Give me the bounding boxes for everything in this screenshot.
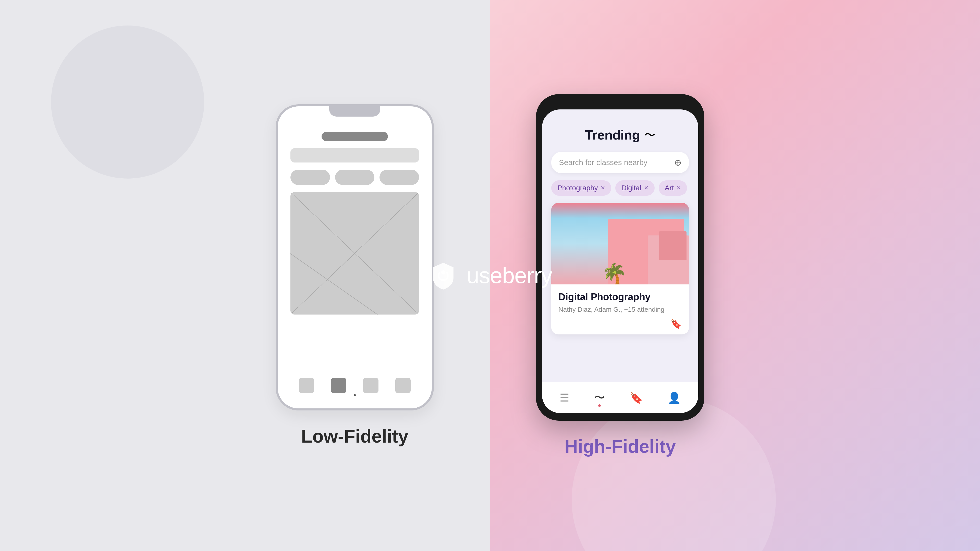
lofi-nav-icon-2-active xyxy=(331,378,346,393)
hifi-phone-inner: Trending 〜 Search for classes nearby ⊕ P… xyxy=(542,110,698,413)
hifi-nav-profile[interactable]: 👤 xyxy=(668,392,681,404)
hifi-phone: Trending 〜 Search for classes nearby ⊕ P… xyxy=(536,94,704,421)
lofi-section: Low-Fidelity xyxy=(275,104,434,447)
hifi-tag-digital-close[interactable]: ✕ xyxy=(644,185,649,191)
lofi-nav-dot xyxy=(354,394,356,396)
hifi-nav-active-dot xyxy=(598,404,601,407)
hifi-tag-art[interactable]: Art ✕ xyxy=(659,180,687,196)
hifi-card-subtitle: Nathy Diaz, Adam G., +15 attending xyxy=(558,306,682,313)
center-logo: useberry xyxy=(428,260,552,291)
hifi-card-bookmark[interactable]: 🔖 xyxy=(558,319,682,329)
hifi-tag-art-close[interactable]: ✕ xyxy=(676,185,681,191)
hifi-tag-photography[interactable]: Photography ✕ xyxy=(551,180,611,196)
useberry-logo-icon xyxy=(428,260,458,291)
hifi-tag-photo-close[interactable]: ✕ xyxy=(600,185,605,191)
lofi-search-bar xyxy=(290,148,419,162)
lofi-x-lines xyxy=(290,192,419,314)
hifi-nav-trending[interactable]: 〜 xyxy=(594,391,605,405)
lofi-notch xyxy=(329,106,380,117)
lofi-bottom-nav xyxy=(290,378,419,393)
hifi-title: Trending xyxy=(585,127,640,143)
lofi-content xyxy=(290,132,419,314)
lofi-pill-1 xyxy=(290,170,330,185)
hifi-nav-bookmarks[interactable]: 🔖 xyxy=(630,392,643,404)
hifi-palm-tree: 🌴 xyxy=(601,264,627,284)
hifi-card-pink-overlay xyxy=(551,203,689,218)
useberry-logo-text: useberry xyxy=(467,262,552,289)
hifi-search-icon: ⊕ xyxy=(674,157,681,168)
lofi-nav-icon-1 xyxy=(299,378,314,393)
hifi-nav-profile-icon: 👤 xyxy=(668,392,681,404)
hifi-section: Trending 〜 Search for classes nearby ⊕ P… xyxy=(536,94,704,457)
hifi-nav-bookmark-icon: 🔖 xyxy=(630,392,643,404)
lofi-nav-icon-3 xyxy=(363,378,379,393)
hifi-card-image: 🌴 xyxy=(551,203,689,284)
hifi-search-placeholder: Search for classes nearby xyxy=(559,158,674,167)
hifi-search-bar[interactable]: Search for classes nearby ⊕ xyxy=(551,152,689,173)
lofi-nav-icon-4 xyxy=(395,378,410,393)
hifi-nav-menu-icon: ☰ xyxy=(560,392,570,404)
hifi-label: High-Fidelity xyxy=(565,436,676,457)
hifi-tag-digital-label: Digital xyxy=(621,184,641,192)
lofi-phone xyxy=(275,104,434,410)
hifi-tag-photo-label: Photography xyxy=(557,184,598,192)
hifi-card-sky-bg: 🌴 xyxy=(551,203,689,284)
hifi-building-accent xyxy=(659,231,687,260)
hifi-trend-icon: 〜 xyxy=(644,127,655,143)
hifi-bottom-nav: ☰ 〜 🔖 👤 xyxy=(542,383,698,413)
lofi-pills-row xyxy=(290,170,419,185)
lofi-title-bar xyxy=(321,132,388,141)
lofi-image-placeholder xyxy=(290,192,419,314)
svg-point-0 xyxy=(441,270,445,275)
hifi-nav-menu[interactable]: ☰ xyxy=(560,392,570,404)
hifi-card-content: Digital Photography Nathy Diaz, Adam G.,… xyxy=(551,284,689,334)
hifi-tag-digital[interactable]: Digital ✕ xyxy=(615,180,655,196)
hifi-screen: Trending 〜 Search for classes nearby ⊕ P… xyxy=(542,110,698,383)
hifi-tags-row: Photography ✕ Digital ✕ Art ✕ xyxy=(551,180,689,196)
lofi-label: Low-Fidelity xyxy=(301,426,408,447)
hifi-tag-art-label: Art xyxy=(665,184,674,192)
hifi-header: Trending 〜 xyxy=(551,127,689,143)
hifi-card-title: Digital Photography xyxy=(558,292,682,303)
hifi-nav-trend-icon: 〜 xyxy=(594,391,605,405)
lofi-pill-3 xyxy=(380,170,419,185)
bookmark-icon: 🔖 xyxy=(670,319,682,329)
hifi-class-card[interactable]: 🌴 Digital Photography Nathy Diaz, Adam G… xyxy=(551,203,689,334)
hifi-notch xyxy=(592,94,648,107)
lofi-pill-2 xyxy=(335,170,375,185)
